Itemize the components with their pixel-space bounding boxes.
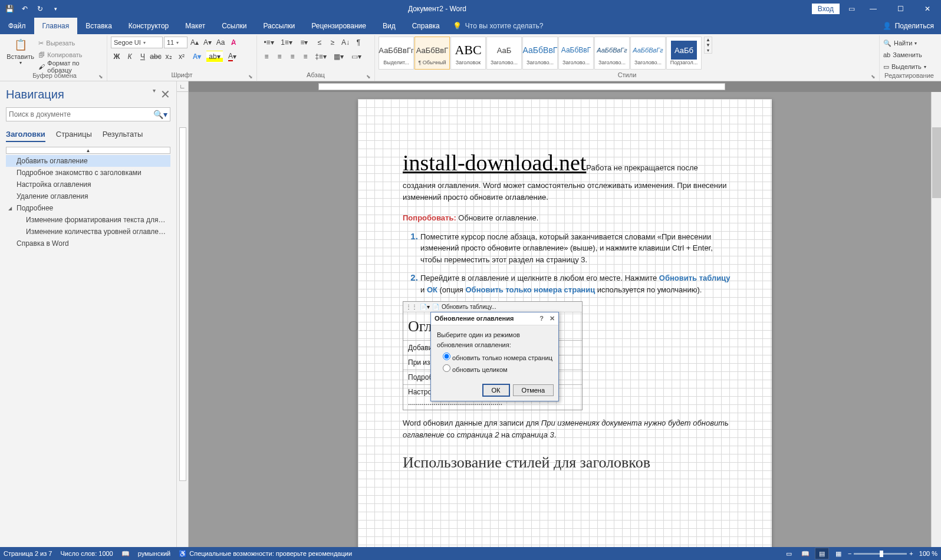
status-language[interactable]: румынский bbox=[138, 550, 171, 557]
tab-file[interactable]: Файл bbox=[0, 18, 34, 34]
view-read-icon[interactable]: 📖 bbox=[798, 548, 812, 559]
change-case-icon[interactable]: Aa bbox=[215, 37, 226, 48]
redo-icon[interactable]: ↻ bbox=[33, 2, 47, 16]
style-item[interactable]: АаБбВвГгЗаголово... bbox=[630, 37, 666, 70]
highlight-icon[interactable]: ab▾ bbox=[206, 51, 223, 62]
navtab-headings[interactable]: Заголовки bbox=[6, 130, 45, 142]
clear-format-icon[interactable]: A̷ bbox=[228, 37, 239, 48]
tab-view[interactable]: Вид bbox=[374, 18, 404, 34]
dialog-close-icon[interactable]: ✕ bbox=[550, 314, 555, 324]
bullets-icon[interactable]: •≡▾ bbox=[261, 37, 277, 48]
align-left-icon[interactable]: ≡ bbox=[261, 51, 272, 62]
font-color-icon[interactable]: A▾ bbox=[224, 51, 241, 62]
zoom-value[interactable]: 100 % bbox=[919, 550, 937, 557]
tab-insert[interactable]: Вставка bbox=[77, 18, 120, 34]
justify-icon[interactable]: ≡ bbox=[300, 51, 311, 62]
launcher-icon[interactable]: ⬊ bbox=[365, 74, 372, 81]
nav-heading-item[interactable]: Изменение форматирования текста для запи… bbox=[6, 214, 170, 226]
undo-icon[interactable]: ↶ bbox=[18, 2, 32, 16]
decrease-indent-icon[interactable]: ≤ bbox=[314, 37, 325, 48]
format-painter-button[interactable]: 🖌Формат по образцу bbox=[37, 61, 103, 72]
bold-icon[interactable]: Ж bbox=[111, 51, 123, 62]
style-item[interactable]: АаБбВвГЗаголово... bbox=[558, 37, 594, 70]
tab-review[interactable]: Рецензирование bbox=[303, 18, 374, 34]
style-item[interactable]: АаБбВвГЗаголово... bbox=[522, 37, 558, 70]
toc-update-label[interactable]: Обновить таблицу... bbox=[442, 302, 496, 311]
search-input[interactable] bbox=[9, 110, 153, 118]
nav-menu-icon[interactable]: ▾ bbox=[153, 87, 156, 101]
align-center-icon[interactable]: ≡ bbox=[274, 51, 285, 62]
tab-references[interactable]: Ссылки bbox=[213, 18, 255, 34]
ok-button[interactable]: ОК bbox=[483, 384, 509, 396]
radio-pages-only[interactable]: обновить только номера страниц bbox=[443, 352, 552, 364]
italic-icon[interactable]: К bbox=[124, 51, 136, 62]
strike-icon[interactable]: abc bbox=[150, 51, 162, 62]
view-focus-icon[interactable]: ▭ bbox=[782, 548, 796, 559]
nav-heading-item[interactable]: Изменение количества уровней оглавления bbox=[6, 226, 170, 238]
styles-down-icon[interactable]: ▼ bbox=[705, 42, 712, 48]
save-icon[interactable]: 💾 bbox=[2, 2, 17, 16]
nav-collapse-bar[interactable]: ▲ bbox=[6, 147, 170, 154]
font-size-combo[interactable]: 11▾ bbox=[164, 37, 187, 48]
cancel-button[interactable]: Отмена bbox=[513, 384, 554, 396]
status-words[interactable]: Число слов: 1000 bbox=[60, 550, 113, 557]
sort-icon[interactable]: A↓ bbox=[340, 37, 351, 48]
underline-icon[interactable]: Ч bbox=[137, 51, 149, 62]
status-page[interactable]: Страница 2 из 7 bbox=[4, 550, 52, 557]
share-button[interactable]: 👤 Поделиться bbox=[876, 18, 941, 34]
navtab-pages[interactable]: Страницы bbox=[56, 130, 92, 142]
maximize-icon[interactable]: ☐ bbox=[887, 0, 914, 18]
shading-icon[interactable]: ▦▾ bbox=[330, 51, 347, 62]
view-web-icon[interactable]: ▦ bbox=[831, 548, 845, 559]
view-print-icon[interactable]: ▤ bbox=[815, 548, 829, 559]
toc-grip-icon[interactable]: ⋮⋮ bbox=[406, 302, 417, 311]
increase-font-icon[interactable]: A▴ bbox=[189, 37, 200, 48]
style-item[interactable]: АаБбПодзагол... bbox=[666, 37, 702, 70]
tab-mailings[interactable]: Рассылки bbox=[255, 18, 303, 34]
style-item[interactable]: ABCЗаголовок bbox=[450, 37, 486, 70]
line-spacing-icon[interactable]: ‡≡▾ bbox=[312, 51, 329, 62]
nav-heading-item[interactable]: Удаление оглавления bbox=[6, 190, 170, 202]
nav-search[interactable]: 🔍▾ bbox=[6, 107, 170, 121]
tab-home[interactable]: Главная bbox=[34, 18, 78, 34]
find-button[interactable]: 🔍Найти▾ bbox=[883, 38, 926, 48]
text-effects-icon[interactable]: A▾ bbox=[189, 51, 205, 62]
style-item[interactable]: АаБЗаголово... bbox=[486, 37, 522, 70]
nav-close-icon[interactable]: ✕ bbox=[160, 87, 170, 101]
superscript-icon[interactable]: x² bbox=[176, 51, 187, 62]
replace-button[interactable]: abЗаменить bbox=[883, 50, 926, 60]
launcher-icon[interactable]: ⬊ bbox=[247, 74, 254, 81]
multilevel-icon[interactable]: ≡▾ bbox=[296, 37, 312, 48]
numbering-icon[interactable]: 1≡▾ bbox=[278, 37, 295, 48]
document-scroll[interactable]: install-download.netРабота не прекращает… bbox=[189, 92, 941, 547]
close-icon[interactable]: ✕ bbox=[914, 0, 941, 18]
show-marks-icon[interactable]: ¶ bbox=[353, 37, 364, 48]
align-right-icon[interactable]: ≡ bbox=[287, 51, 298, 62]
subscript-icon[interactable]: x₂ bbox=[163, 51, 175, 62]
nav-heading-item[interactable]: Справка в Word bbox=[6, 238, 170, 249]
zoom-in-icon[interactable]: + bbox=[909, 550, 913, 557]
paste-button[interactable]: 📋 Вставить ▾ bbox=[6, 37, 35, 71]
minimize-icon[interactable]: — bbox=[860, 0, 887, 18]
nav-heading-item[interactable]: Настройка оглавления bbox=[6, 179, 170, 190]
toc-object[interactable]: ⋮⋮ 📄▾ 📄 Обновить таблицу... Огла Добавит… bbox=[403, 301, 583, 410]
style-item[interactable]: АаБбВвГгВыделит... bbox=[379, 37, 414, 70]
font-name-combo[interactable]: Segoe UI▾ bbox=[111, 37, 163, 48]
qat-more-icon[interactable]: ▾ bbox=[48, 2, 62, 16]
launcher-icon[interactable]: ⬊ bbox=[870, 74, 877, 81]
zoom-out-icon[interactable]: − bbox=[848, 550, 851, 557]
signin-button[interactable]: Вход bbox=[812, 4, 840, 14]
page-content[interactable]: install-download.netРабота не прекращает… bbox=[358, 99, 772, 498]
styles-up-icon[interactable]: ▲ bbox=[705, 37, 712, 42]
navtab-results[interactable]: Результаты bbox=[103, 130, 143, 142]
vertical-ruler[interactable] bbox=[177, 92, 189, 547]
dialog-title-bar[interactable]: Обновление оглавления ?✕ bbox=[431, 312, 558, 325]
search-icon[interactable]: 🔍▾ bbox=[153, 110, 167, 119]
cut-button[interactable]: ✂Вырезать bbox=[37, 38, 103, 48]
status-spell-icon[interactable]: 📖 bbox=[121, 550, 130, 558]
scrollbar-thumb[interactable] bbox=[932, 127, 941, 198]
nav-heading-item[interactable]: Подробное знакомство с заголовками bbox=[6, 167, 170, 179]
ribbon-options-icon[interactable]: ▭ bbox=[843, 0, 860, 18]
help-icon[interactable]: ? bbox=[539, 314, 544, 324]
radio-whole[interactable]: обновить целиком bbox=[443, 364, 552, 375]
